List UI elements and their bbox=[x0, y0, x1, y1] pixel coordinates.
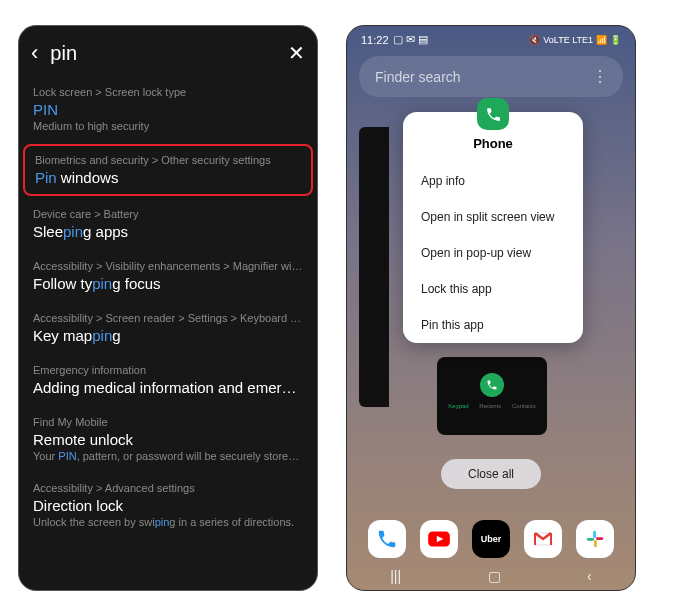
search-results: Lock screen > Screen lock typePINMedium … bbox=[19, 76, 317, 546]
result-title: Direction lock bbox=[33, 497, 303, 514]
search-result-item[interactable]: Lock screen > Screen lock typePINMedium … bbox=[19, 76, 317, 142]
result-title: Sleeping apps bbox=[33, 223, 303, 240]
search-result-item[interactable]: Accessibility > Advanced settingsDirecti… bbox=[19, 472, 317, 538]
finder-placeholder: Finder search bbox=[375, 69, 461, 85]
search-header: ‹ pin ✕ bbox=[19, 26, 317, 76]
mini-tabs: Keypad Recents Contacts bbox=[443, 403, 541, 409]
result-breadcrumb: Accessibility > Visibility enhancements … bbox=[33, 260, 303, 272]
context-menu-item[interactable]: Open in pop-up view bbox=[403, 235, 583, 271]
dock-uber-icon[interactable]: Uber bbox=[472, 520, 510, 558]
clear-search-icon[interactable]: ✕ bbox=[288, 41, 305, 65]
result-title: Follow typing focus bbox=[33, 275, 303, 292]
status-icons-left: ▢ ✉ ▤ bbox=[393, 33, 428, 46]
recents-screen: 11:22 ▢ ✉ ▤ 🔇 VoLTE LTE1 📶 🔋 Finder sear… bbox=[346, 25, 636, 591]
svg-rect-2 bbox=[587, 538, 594, 541]
search-result-item[interactable]: Accessibility > Screen reader > Settings… bbox=[19, 302, 317, 354]
dock-slack-icon[interactable] bbox=[576, 520, 614, 558]
context-menu-item[interactable]: Pin this app bbox=[403, 307, 583, 343]
battery-icon: 🔋 bbox=[610, 35, 621, 45]
result-breadcrumb: Biometrics and security > Other security… bbox=[35, 154, 301, 166]
mute-icon: 🔇 bbox=[529, 35, 540, 45]
result-breadcrumb: Accessibility > Advanced settings bbox=[33, 482, 303, 494]
result-subtitle: Your PIN, pattern, or password will be s… bbox=[33, 450, 303, 462]
search-input[interactable]: pin bbox=[50, 42, 276, 65]
search-result-item[interactable]: Biometrics and security > Other security… bbox=[23, 144, 313, 196]
svg-rect-1 bbox=[593, 531, 596, 538]
clock: 11:22 bbox=[361, 34, 389, 46]
search-result-item[interactable]: Device care > BatterySleeping apps bbox=[19, 198, 317, 250]
nav-home-icon[interactable]: ▢ bbox=[468, 564, 521, 588]
search-result-item[interactable]: Accessibility > Visibility enhancements … bbox=[19, 250, 317, 302]
navigation-bar: ||| ▢ ‹ bbox=[347, 562, 635, 590]
svg-rect-3 bbox=[594, 540, 597, 547]
nav-recents-icon[interactable]: ||| bbox=[370, 564, 421, 588]
finder-search-bar[interactable]: Finder search ⋮ bbox=[359, 56, 623, 97]
result-title: Pin windows bbox=[35, 169, 301, 186]
result-breadcrumb: Lock screen > Screen lock type bbox=[33, 86, 303, 98]
recent-card-background[interactable] bbox=[359, 127, 389, 407]
nav-back-icon[interactable]: ‹ bbox=[567, 564, 612, 588]
recent-app-card[interactable]: Keypad Recents Contacts bbox=[437, 357, 547, 435]
search-result-item[interactable]: Emergency informationAdding medical info… bbox=[19, 354, 317, 406]
more-options-icon[interactable]: ⋮ bbox=[592, 67, 607, 86]
dock-phone-icon[interactable] bbox=[368, 520, 406, 558]
close-all-button[interactable]: Close all bbox=[441, 459, 541, 489]
context-menu-item[interactable]: Open in split screen view bbox=[403, 199, 583, 235]
result-title: Key mapping bbox=[33, 327, 303, 344]
context-menu-title: Phone bbox=[403, 130, 583, 163]
signal-icon: 📶 bbox=[596, 35, 607, 45]
result-breadcrumb: Emergency information bbox=[33, 364, 303, 376]
result-breadcrumb: Device care > Battery bbox=[33, 208, 303, 220]
settings-search-screen: ‹ pin ✕ Lock screen > Screen lock typePI… bbox=[18, 25, 318, 591]
result-breadcrumb: Find My Mobile bbox=[33, 416, 303, 428]
result-title: Remote unlock bbox=[33, 431, 303, 448]
result-title: PIN bbox=[33, 101, 303, 118]
result-subtitle: Medium to high security bbox=[33, 120, 303, 132]
recents-area: Phone App infoOpen in split screen viewO… bbox=[347, 107, 635, 447]
result-title: Adding medical information and emerg… bbox=[33, 379, 303, 396]
status-bar: 11:22 ▢ ✉ ▤ 🔇 VoLTE LTE1 📶 🔋 bbox=[347, 26, 635, 50]
search-result-item[interactable]: Find My MobileRemote unlockYour PIN, pat… bbox=[19, 406, 317, 472]
result-breadcrumb: Accessibility > Screen reader > Settings… bbox=[33, 312, 303, 324]
dock-youtube-icon[interactable] bbox=[420, 520, 458, 558]
context-menu-item[interactable]: App info bbox=[403, 163, 583, 199]
dock: Uber bbox=[347, 520, 635, 558]
phone-app-icon[interactable] bbox=[477, 98, 509, 130]
phone-fab-icon bbox=[480, 373, 504, 397]
network-label: VoLTE LTE1 bbox=[543, 35, 593, 45]
dock-gmail-icon[interactable] bbox=[524, 520, 562, 558]
svg-rect-4 bbox=[596, 537, 603, 540]
app-context-menu: Phone App infoOpen in split screen viewO… bbox=[403, 112, 583, 343]
back-icon[interactable]: ‹ bbox=[31, 40, 38, 66]
result-subtitle: Unlock the screen by swiping in a series… bbox=[33, 516, 303, 528]
context-menu-item[interactable]: Lock this app bbox=[403, 271, 583, 307]
